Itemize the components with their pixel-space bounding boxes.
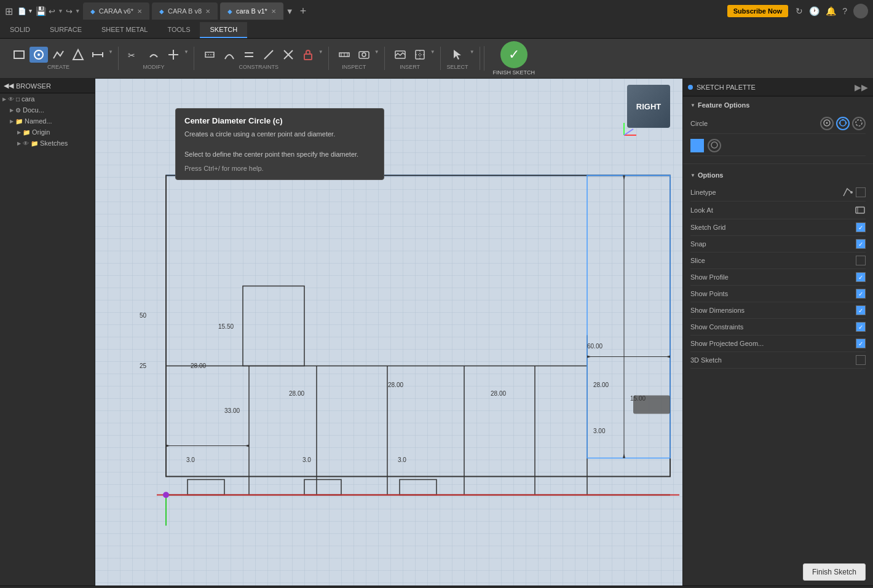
offset-tool[interactable] <box>144 47 163 63</box>
tab-caraa-close[interactable]: ✕ <box>137 8 142 15</box>
linetype-checkbox[interactable] <box>856 187 866 197</box>
tab-carab-close[interactable]: ✕ <box>205 8 210 15</box>
tab-solid[interactable]: SOLID <box>0 22 40 38</box>
browser-item-origin[interactable]: ▶ 📁 Origin <box>0 127 95 138</box>
redo-icon[interactable]: ↪ <box>66 7 73 16</box>
avatar[interactable] <box>853 4 868 18</box>
svg-marker-49 <box>587 356 591 358</box>
tab-carab[interactable]: ◆ CARA B v8 ✕ <box>152 2 218 20</box>
showpoints-checkbox[interactable]: ✓ <box>856 289 866 299</box>
circle-filled-btn[interactable] <box>690 139 704 152</box>
eye-icon-cara[interactable]: 👁 <box>8 96 14 103</box>
3dsketch-checkbox[interactable] <box>856 355 866 365</box>
dimension-tool[interactable] <box>89 47 107 63</box>
circle-3pt-btn[interactable] <box>836 117 850 130</box>
lock-tool[interactable] <box>299 47 317 63</box>
panel-expand-icon[interactable]: ▶▶ <box>855 82 868 92</box>
toolbar: SOLID SURFACE SHEET METAL TOOLS SKETCH <box>0 22 873 79</box>
scissors-tool[interactable]: ✂ <box>125 47 143 63</box>
insert-dropdown[interactable]: ▼ <box>430 49 435 55</box>
tab-surface[interactable]: SURFACE <box>40 22 92 38</box>
showprojgeom-checkbox[interactable]: ✓ <box>856 339 866 348</box>
create-dropdown[interactable]: ▼ <box>108 49 113 55</box>
browser-item-cara[interactable]: ▶ 👁 □ cara <box>0 93 95 104</box>
help-icon[interactable]: ? <box>842 6 847 16</box>
sketchgrid-controls[interactable]: ✓ <box>856 222 866 232</box>
cam-tool[interactable] <box>355 47 373 63</box>
circle-center-btn[interactable] <box>820 117 834 130</box>
tab-active-close[interactable]: ✕ <box>271 8 276 15</box>
insert-ref-tool[interactable] <box>411 47 429 63</box>
feature-options-title[interactable]: ▼ Feature Options <box>690 101 866 109</box>
showpoints-controls[interactable]: ✓ <box>856 289 866 299</box>
tab-caraa[interactable]: ◆ CARAA v6* ✕ <box>83 2 149 20</box>
insert-img-tool[interactable] <box>391 47 409 63</box>
browser-item-label-origin: Origin <box>32 128 50 136</box>
history-icon[interactable]: 🕐 <box>809 6 820 16</box>
tab-sketch[interactable]: SKETCH <box>200 22 247 38</box>
constraints-dropdown[interactable]: ▼ <box>318 49 323 55</box>
measure-tool[interactable] <box>335 47 354 63</box>
svg-rect-25 <box>416 50 424 59</box>
showprofile-checkbox[interactable]: ✓ <box>856 272 866 282</box>
slice-checkbox[interactable] <box>856 256 866 265</box>
folder-icon-origin: 📁 <box>23 129 30 136</box>
svg-point-62 <box>845 122 847 124</box>
dim-tool[interactable] <box>200 47 219 63</box>
polyline-tool[interactable] <box>49 47 68 63</box>
snap-controls[interactable]: ✓ <box>856 239 866 249</box>
canvas-area[interactable]: Center Diameter Circle (c) Creates a cir… <box>95 79 682 586</box>
select-tool[interactable] <box>448 47 467 63</box>
browser-collapse-icon[interactable]: ◀◀ <box>4 82 14 90</box>
circle-type-row <box>690 134 866 156</box>
undo-dropdown[interactable]: ▼ <box>58 8 63 14</box>
showprofile-controls[interactable]: ✓ <box>856 272 866 282</box>
lookat-controls[interactable] <box>855 205 866 216</box>
3dsketch-controls[interactable] <box>856 355 866 365</box>
showconstr-controls[interactable]: ✓ <box>856 322 866 332</box>
cross-tool[interactable] <box>279 47 298 63</box>
rectangle-tool[interactable] <box>10 47 28 63</box>
inspect-label: INSPECT <box>342 64 366 70</box>
sync-icon[interactable]: ↻ <box>796 6 803 16</box>
save-icon[interactable]: 💾 <box>36 6 46 16</box>
linetype-controls[interactable] <box>842 187 866 198</box>
snap-checkbox[interactable]: ✓ <box>856 239 866 249</box>
eye-icon-sketches[interactable]: 👁 <box>23 140 29 147</box>
showdim-controls[interactable]: ✓ <box>856 305 866 315</box>
circle-outline-btn[interactable] <box>708 139 721 152</box>
redo-dropdown[interactable]: ▼ <box>75 8 81 14</box>
circle-tool[interactable] <box>30 47 48 63</box>
select-dropdown[interactable]: ▼ <box>470 49 475 55</box>
line2-tool[interactable] <box>259 47 278 63</box>
tab-sheet-metal[interactable]: SHEET METAL <box>92 22 157 38</box>
browser-item-named[interactable]: ▶ 📁 Named... <box>0 116 95 127</box>
circle-2pt-btn[interactable] <box>852 117 866 130</box>
arc-tool[interactable] <box>220 47 239 63</box>
options-title[interactable]: ▼ Options <box>690 171 866 179</box>
showdim-checkbox[interactable]: ✓ <box>856 305 866 315</box>
svg-rect-40 <box>188 480 224 495</box>
triangle-tool[interactable] <box>69 47 87 63</box>
equal-tool[interactable] <box>240 47 258 63</box>
finish-sketch-button[interactable]: ✓ <box>500 41 527 68</box>
inspect-dropdown[interactable]: ▼ <box>374 49 379 55</box>
sketchgrid-checkbox[interactable]: ✓ <box>856 222 866 232</box>
modify-dropdown[interactable]: ▼ <box>184 49 189 55</box>
subscribe-button[interactable]: Subscribe Now <box>727 5 788 17</box>
tab-active[interactable]: ◆ cara B v1* ✕ <box>220 2 283 20</box>
finish-sketch-panel-button[interactable]: Finish Sketch <box>803 563 866 581</box>
undo-icon[interactable]: ↩ <box>49 7 55 16</box>
pattern-tool[interactable] <box>164 47 183 63</box>
showprojgeom-controls[interactable]: ✓ <box>856 339 866 348</box>
svg-point-23 <box>362 53 366 57</box>
browser-item-docu[interactable]: ▶ ⚙ Docu... <box>0 104 95 116</box>
bell-icon[interactable]: 🔔 <box>826 6 836 16</box>
file-menu[interactable]: 📄▼ <box>18 7 33 15</box>
tab-add[interactable]: + <box>296 5 310 18</box>
browser-item-sketches[interactable]: ▶ 👁 📁 Sketches <box>0 138 95 149</box>
showconstr-checkbox[interactable]: ✓ <box>856 322 866 332</box>
slice-controls[interactable] <box>856 256 866 265</box>
tab-tools[interactable]: TOOLS <box>157 22 200 38</box>
tab-dropdown[interactable]: ▼ <box>286 7 294 16</box>
